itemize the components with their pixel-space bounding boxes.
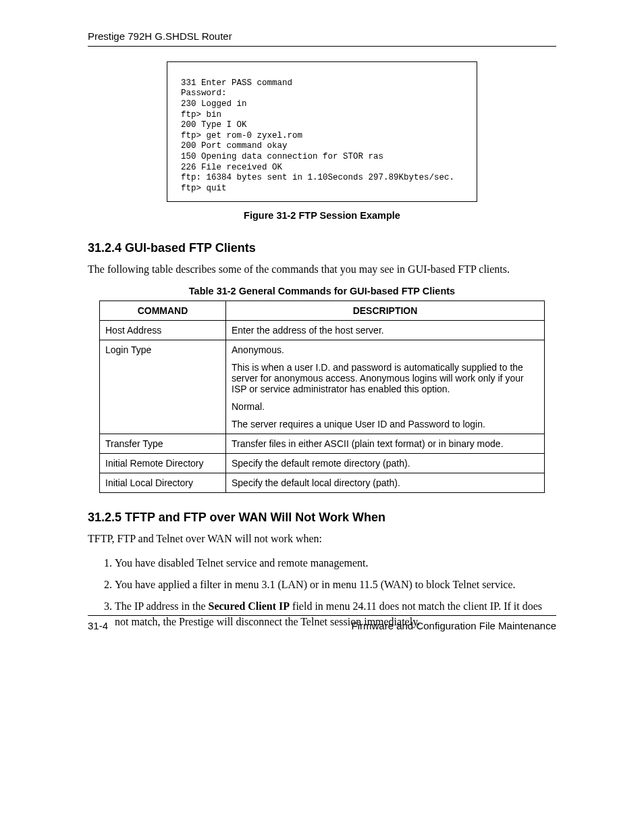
- cmd-cell: Host Address: [100, 321, 226, 340]
- cmd-cell: Initial Remote Directory: [100, 454, 226, 473]
- commands-table: COMMAND DESCRIPTION Host Address Enter t…: [99, 301, 545, 493]
- code-line: 331 Enter PASS command: [181, 78, 292, 88]
- section-heading-gui-ftp: 31.2.4 GUI-based FTP Clients: [88, 241, 556, 255]
- desc-text: Enter the address of the host server.: [232, 325, 539, 336]
- code-line: ftp> quit: [181, 184, 227, 193]
- figure-caption: Figure 31-2 FTP Session Example: [88, 210, 556, 221]
- list-item: You have applied a filter in menu 3.1 (L…: [115, 577, 556, 592]
- footer-title: Firmware and Configuration File Maintena…: [352, 620, 556, 631]
- page-footer: 31-4 Firmware and Configuration File Mai…: [88, 615, 556, 631]
- desc-text: This is when a user I.D. and password is…: [232, 362, 539, 394]
- table-row: Initial Local Directory Specify the defa…: [100, 473, 545, 493]
- desc-text: Transfer files in either ASCII (plain te…: [232, 438, 539, 449]
- code-line: 226 File received OK: [181, 163, 282, 172]
- col-header-description: DESCRIPTION: [226, 301, 545, 321]
- cmd-cell: Login Type: [100, 340, 226, 434]
- section-intro-tftp-wan: TFTP, FTP and Telnet over WAN will not w…: [88, 531, 556, 546]
- desc-text: The server requires a unique User ID and…: [232, 419, 539, 429]
- table-row: Transfer Type Transfer files in either A…: [100, 434, 545, 454]
- running-header: Prestige 792H G.SHDSL Router: [88, 30, 556, 47]
- list-item-text: The IP address in the: [115, 600, 208, 612]
- cmd-cell: Initial Local Directory: [100, 473, 226, 493]
- desc-cell: Enter the address of the host server.: [226, 321, 545, 340]
- page: Prestige 792H G.SHDSL Router 331 Enter P…: [0, 0, 644, 834]
- ftp-session-code: 331 Enter PASS command Password: 230 Log…: [167, 61, 477, 202]
- section-intro-gui-ftp: The following table describes some of th…: [88, 262, 556, 277]
- section-heading-tftp-wan: 31.2.5 TFTP and FTP over WAN Will Not Wo…: [88, 511, 556, 525]
- table-caption: Table 31-2 General Commands for GUI-base…: [88, 286, 556, 296]
- code-line: Password:: [181, 88, 227, 98]
- table-row: Host Address Enter the address of the ho…: [100, 321, 545, 340]
- code-line: 230 Logged in: [181, 99, 247, 109]
- page-number: 31-4: [88, 620, 108, 631]
- code-line: 150 Opening data connection for STOR ras: [181, 152, 383, 161]
- code-line: 200 Port command okay: [181, 141, 288, 151]
- desc-cell: Specify the default remote directory (pa…: [226, 454, 545, 473]
- code-line: 200 Type I OK: [181, 120, 247, 130]
- desc-text: Anonymous.: [232, 344, 539, 355]
- table-header-row: COMMAND DESCRIPTION: [100, 301, 545, 321]
- code-line: ftp> bin: [181, 110, 221, 120]
- table-row: Login Type Anonymous. This is when a use…: [100, 340, 545, 434]
- table-row: Initial Remote Directory Specify the def…: [100, 454, 545, 473]
- desc-text: Specify the default local directory (pat…: [232, 477, 539, 488]
- desc-cell: Anonymous. This is when a user I.D. and …: [226, 340, 545, 434]
- desc-text: Normal.: [232, 401, 539, 412]
- code-line: ftp> get rom-0 zyxel.rom: [181, 131, 302, 140]
- desc-cell: Specify the default local directory (pat…: [226, 473, 545, 493]
- code-line: ftp: 16384 bytes sent in 1.10Seconds 297…: [181, 173, 454, 182]
- desc-text: Specify the default remote directory (pa…: [232, 458, 539, 469]
- list-item: You have disabled Telnet service and rem…: [115, 556, 556, 571]
- col-header-command: COMMAND: [100, 301, 226, 321]
- desc-cell: Transfer files in either ASCII (plain te…: [226, 434, 545, 454]
- cmd-cell: Transfer Type: [100, 434, 226, 454]
- secured-client-ip-term: Secured Client IP: [208, 600, 290, 612]
